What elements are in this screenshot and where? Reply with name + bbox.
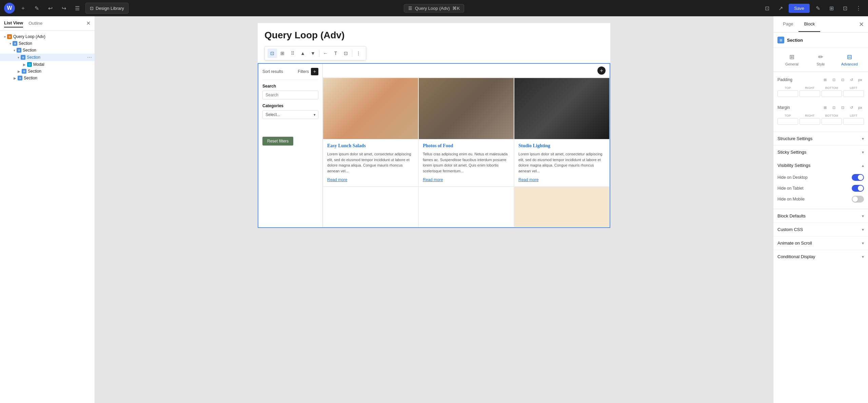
toolbar-align-button[interactable]: ← bbox=[321, 49, 330, 58]
toolbar-move-up-button[interactable]: ▲ bbox=[298, 49, 308, 58]
margin-mobile-button[interactable]: ⊡ bbox=[839, 104, 846, 111]
padding-mobile-button[interactable]: ⊡ bbox=[839, 76, 846, 83]
hide-tablet-toggle[interactable] bbox=[852, 185, 864, 192]
padding-reset-button[interactable]: ↺ bbox=[848, 76, 855, 83]
desktop-view-button[interactable]: ⊡ bbox=[762, 3, 772, 14]
padding-left-input[interactable] bbox=[843, 90, 864, 97]
post-card-1: Easy Lunch Salads Lorem ipsum dolor sit … bbox=[323, 78, 418, 187]
tree-label-section-3: Section bbox=[27, 55, 40, 60]
query-loop-badge[interactable]: ☰ Query Loop (Adv) ⌘K bbox=[404, 4, 464, 13]
margin-bottom-col: BOTTOM bbox=[822, 114, 842, 125]
post-card-body-1: Easy Lunch Salads Lorem ipsum dolor sit … bbox=[323, 139, 418, 186]
tab-outline[interactable]: Outline bbox=[28, 19, 42, 27]
section-label: Section bbox=[787, 38, 803, 43]
plugins-button[interactable]: ⊞ bbox=[826, 3, 837, 14]
toolbar-text-button[interactable]: T bbox=[331, 49, 340, 58]
toolbar-image-button[interactable]: ⊡ bbox=[341, 49, 351, 58]
padding-units-button[interactable]: px bbox=[856, 76, 864, 83]
tree-item-section-4[interactable]: ▶ ⊞ Section bbox=[0, 68, 95, 75]
chevron-right-icon-2: ▾ bbox=[14, 49, 15, 52]
undo-button[interactable]: ↩ bbox=[45, 3, 56, 14]
margin-reset-button[interactable]: ↺ bbox=[848, 104, 855, 111]
margin-section: Margin ⊞ ⊡ ⊡ ↺ px TOP RIGHT bbox=[773, 104, 868, 132]
reset-filters-button[interactable]: Reset filters bbox=[262, 137, 293, 146]
padding-bottom-col: BOTTOM bbox=[822, 86, 842, 97]
padding-top-input[interactable] bbox=[777, 90, 798, 97]
margin-left-input[interactable] bbox=[843, 118, 864, 125]
block-tab-style[interactable]: ✏ Style bbox=[806, 51, 835, 69]
toolbar-move-down-button[interactable]: ▼ bbox=[308, 49, 318, 58]
block-defaults-label: Block Defaults bbox=[777, 213, 806, 218]
padding-right-input[interactable] bbox=[800, 90, 820, 97]
margin-bottom-input[interactable] bbox=[822, 118, 842, 125]
margin-right-input[interactable] bbox=[800, 118, 820, 125]
redo-button[interactable]: ↪ bbox=[58, 3, 69, 14]
read-more-3[interactable]: Read more bbox=[518, 177, 538, 182]
hide-mobile-toggle[interactable] bbox=[852, 196, 864, 203]
add-block-button[interactable]: ＋ bbox=[18, 3, 28, 14]
tab-list-view[interactable]: List View bbox=[4, 19, 23, 27]
left-panel-close-button[interactable]: ✕ bbox=[86, 20, 91, 26]
tab-block[interactable]: Block bbox=[798, 17, 820, 32]
chevron-right-icon-5: ▶ bbox=[14, 76, 16, 80]
save-button[interactable]: Save bbox=[789, 4, 810, 13]
chevron-down-icon: ▾ bbox=[4, 35, 6, 39]
wp-logo[interactable]: W bbox=[4, 3, 15, 14]
padding-bottom-input[interactable] bbox=[822, 90, 842, 97]
posts-top-bar: ＋ bbox=[323, 64, 610, 78]
visibility-settings-header[interactable]: Visibility Settings ▴ bbox=[773, 159, 868, 172]
margin-link-button[interactable]: ⊞ bbox=[821, 104, 829, 111]
tree-item-section-2[interactable]: ▾ ⊞ Section bbox=[0, 47, 95, 54]
page-title-area: Query Loop (Adv) bbox=[258, 23, 610, 41]
read-more-2[interactable]: Read more bbox=[423, 177, 443, 182]
tree-item-query-loop[interactable]: ▾ ⊞ Query Loop (Adv) bbox=[0, 33, 95, 40]
right-panel-close-button[interactable]: ✕ bbox=[859, 21, 864, 28]
chevron-right-icon-modal: ▶ bbox=[23, 63, 26, 66]
post-card-title-3[interactable]: Studio Lighting bbox=[518, 143, 605, 149]
padding-link-button[interactable]: ⊞ bbox=[821, 76, 829, 83]
filter-categories-select[interactable]: Select... bbox=[262, 110, 318, 119]
toolbar-grid-button[interactable]: ⊞ bbox=[278, 49, 287, 58]
tree-block-icon-section-3: ⊞ bbox=[21, 55, 25, 60]
custom-css-row[interactable]: Custom CSS ▾ bbox=[773, 223, 868, 236]
structure-settings-row[interactable]: Structure Settings ▾ bbox=[773, 132, 868, 145]
block-defaults-row[interactable]: Block Defaults ▾ bbox=[773, 209, 868, 223]
preview-button[interactable]: ↗ bbox=[775, 3, 786, 14]
margin-units-button[interactable]: px bbox=[856, 104, 864, 111]
toolbar-divider-1 bbox=[319, 50, 319, 57]
settings-toggle-button[interactable]: ⊡ bbox=[840, 3, 850, 14]
section-3-more-icon[interactable]: ⋯ bbox=[87, 55, 92, 60]
block-tab-advanced[interactable]: ⊟ Advanced bbox=[835, 51, 864, 69]
tree-item-section-3[interactable]: ▾ ⊞ Section ⋯ bbox=[0, 54, 95, 61]
hide-desktop-toggle[interactable] bbox=[852, 174, 864, 181]
margin-top-input[interactable] bbox=[777, 118, 798, 125]
tree-item-modal[interactable]: ▶ ⊡ Modal bbox=[0, 61, 95, 68]
padding-section: Padding ⊞ ⊡ ⊡ ↺ px TOP RIGHT bbox=[773, 72, 868, 104]
chevron-right-icon-1: ▾ bbox=[9, 42, 11, 45]
toolbar-drag-button[interactable]: ⠿ bbox=[288, 49, 297, 58]
filter-add-button[interactable]: ＋ bbox=[311, 68, 318, 75]
filter-search-input[interactable] bbox=[262, 91, 318, 99]
more-button[interactable]: ⋮ bbox=[853, 3, 864, 14]
list-view-toggle-button[interactable]: ☰ bbox=[72, 3, 83, 14]
sticky-settings-row[interactable]: Sticky Settings ▾ bbox=[773, 145, 868, 159]
filter-header: Sort results Filters ＋ bbox=[262, 68, 318, 75]
design-library-button[interactable]: ⊡ Design Library bbox=[85, 3, 129, 14]
tree-item-section-5[interactable]: ▶ ⊞ Section bbox=[0, 75, 95, 81]
margin-tablet-button[interactable]: ⊡ bbox=[830, 104, 837, 111]
tree-item-section-1[interactable]: ▾ ⊞ Section bbox=[0, 40, 95, 47]
page-content: Query Loop (Adv) ⊡ ⊞ ⠿ ▲ ▼ ← T ⊡ ⋮ bbox=[258, 23, 610, 228]
read-more-1[interactable]: Read more bbox=[327, 177, 347, 182]
tools-button[interactable]: ✎ bbox=[31, 3, 42, 14]
animate-on-scroll-row[interactable]: Animate on Scroll ▾ bbox=[773, 236, 868, 250]
conditional-display-row[interactable]: Conditional Display ▾ bbox=[773, 250, 868, 263]
toolbar-more-button[interactable]: ⋮ bbox=[354, 49, 363, 58]
block-tab-general[interactable]: ⊞ General bbox=[777, 51, 806, 69]
add-post-button[interactable]: ＋ bbox=[597, 66, 606, 75]
post-card-title-2[interactable]: Photos of Food bbox=[423, 143, 510, 149]
padding-tablet-button[interactable]: ⊡ bbox=[830, 76, 837, 83]
post-card-title-1[interactable]: Easy Lunch Salads bbox=[327, 143, 414, 149]
edit-button[interactable]: ✎ bbox=[812, 3, 823, 14]
tab-page[interactable]: Page bbox=[777, 17, 798, 32]
toolbar-select-button[interactable]: ⊡ bbox=[268, 49, 277, 58]
